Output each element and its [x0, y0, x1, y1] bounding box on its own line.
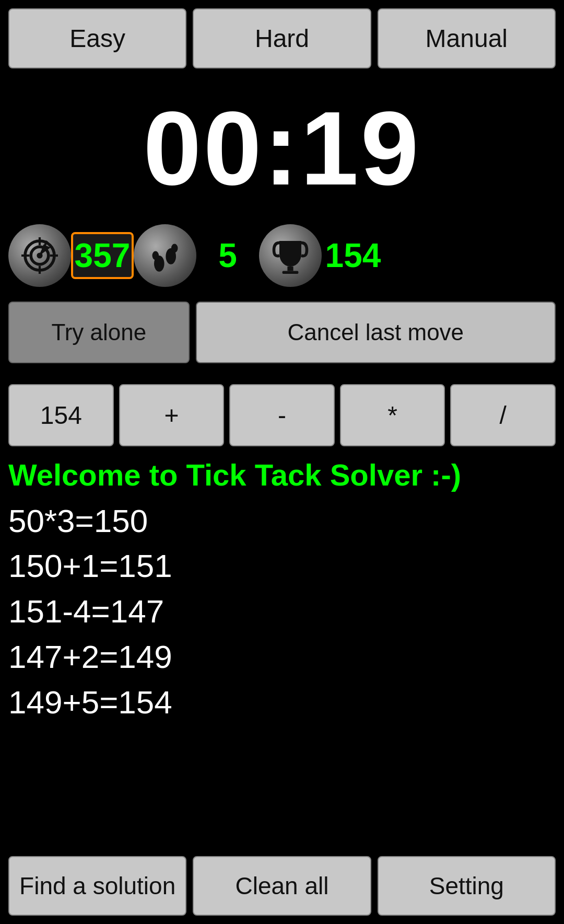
- try-alone-button[interactable]: Try alone: [8, 302, 190, 363]
- find-solution-button[interactable]: Find a solution: [8, 856, 186, 916]
- steps-value: 5: [196, 232, 259, 279]
- target-ball: [8, 224, 71, 287]
- stats-row: 357 5 154: [0, 219, 564, 292]
- svg-point-12: [171, 244, 178, 253]
- target-value: 357: [71, 232, 134, 279]
- plus-button[interactable]: +: [119, 384, 225, 446]
- svg-rect-14: [283, 271, 299, 274]
- hard-button[interactable]: Hard: [193, 8, 371, 68]
- timer-container: 00:19: [0, 73, 564, 219]
- action-buttons-row: Try alone Cancel last move: [0, 296, 564, 368]
- easy-button[interactable]: Easy: [8, 8, 186, 68]
- setting-button[interactable]: Setting: [378, 856, 556, 916]
- history-lines: 50*3=150150+1=151151-4=147147+2=149149+5…: [8, 499, 556, 725]
- multiply-button[interactable]: *: [340, 384, 445, 446]
- history-line-4: 149+5=154: [8, 680, 556, 725]
- minus-button[interactable]: -: [229, 384, 335, 446]
- target-icon: [21, 237, 58, 274]
- clean-all-button[interactable]: Clean all: [193, 856, 371, 916]
- timer-display: 00:19: [143, 88, 421, 209]
- svg-point-10: [152, 251, 159, 260]
- calculator-row: 154 + - * /: [0, 368, 564, 452]
- footprint-ball: [134, 224, 196, 287]
- cancel-last-move-button[interactable]: Cancel last move: [196, 302, 556, 363]
- history-area: Welcome to Tick Tack Solver :-) 50*3=150…: [0, 452, 564, 765]
- manual-button[interactable]: Manual: [378, 8, 556, 68]
- bottom-buttons-row: Find a solution Clean all Setting: [0, 848, 564, 924]
- welcome-text: Welcome to Tick Tack Solver :-): [8, 457, 556, 493]
- top-buttons-row: Easy Hard Manual: [0, 0, 564, 73]
- current-value-display[interactable]: 154: [8, 384, 114, 446]
- trophy-ball: [259, 224, 322, 287]
- history-line-2: 151-4=147: [8, 589, 556, 634]
- history-line-0: 50*3=150: [8, 499, 556, 544]
- trophy-icon: [272, 237, 309, 274]
- svg-rect-13: [287, 267, 293, 271]
- divide-button[interactable]: /: [450, 384, 556, 446]
- history-line-1: 150+1=151: [8, 544, 556, 589]
- history-line-3: 147+2=149: [8, 634, 556, 680]
- footprint-icon: [147, 237, 183, 274]
- best-value: 154: [322, 232, 384, 279]
